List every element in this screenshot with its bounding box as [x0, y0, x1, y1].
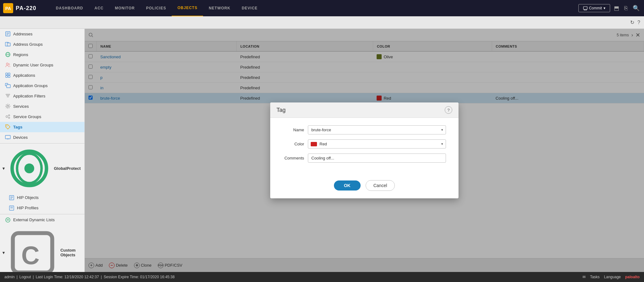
comments-control	[308, 154, 446, 163]
modal-body: Name ▾ Color Red	[270, 118, 459, 175]
color-control: Red ▾	[308, 139, 446, 149]
nav-network[interactable]: NETWORK	[203, 0, 236, 16]
sidebar-item-application-groups[interactable]: Application Groups	[0, 81, 84, 91]
sidebar-section-globalprotect[interactable]: ▾ GlobalProtect	[0, 144, 84, 193]
svg-point-29	[8, 117, 10, 118]
help-icon[interactable]: ?	[637, 20, 640, 25]
globalprotect-collapse-icon: ▾	[3, 166, 5, 171]
svg-rect-19	[6, 76, 8, 77]
hip-profiles-label: HIP Profiles	[17, 206, 38, 210]
sidebar-item-application-filters[interactable]: Application Filters	[0, 91, 84, 101]
commit-label: Commit	[589, 6, 602, 10]
color-row: Color Red ▾	[283, 139, 446, 149]
svg-rect-18	[8, 73, 10, 75]
sidebar-item-dynamic-user-groups[interactable]: Dynamic User Groups	[0, 60, 84, 70]
mail-icon[interactable]: ✉	[582, 275, 586, 279]
devices-icon	[5, 134, 11, 140]
topbar-right: Commit ▾ ⬒ ⎘ 🔍	[578, 3, 641, 13]
sidebar-item-devices[interactable]: Devices	[0, 132, 84, 143]
hip-objects-label: HIP Objects	[17, 195, 39, 200]
svg-point-43	[6, 218, 10, 222]
statusbar: admin | Logout | Last Login Time: 12/18/…	[0, 272, 644, 282]
svg-rect-2	[583, 7, 587, 9]
app-name: PA-220	[16, 5, 36, 12]
sidebar-item-hip-objects[interactable]: HIP Objects	[0, 193, 84, 203]
color-swatch	[311, 142, 317, 146]
services-icon	[5, 103, 11, 109]
logo-area: PA PA-220	[3, 3, 44, 13]
color-label: Color	[283, 142, 308, 146]
svg-rect-31	[5, 135, 10, 139]
name-row: Name ▾	[283, 125, 446, 134]
name-label: Name	[283, 128, 308, 132]
brand-label: paloalto	[625, 275, 640, 279]
devices-label: Devices	[13, 135, 28, 140]
sidebar-item-applications[interactable]: Applications	[0, 70, 84, 81]
external-dynamic-lists-label: External Dynamic Lists	[13, 217, 55, 222]
sidebar-item-external-dynamic-lists[interactable]: External Dynamic Lists	[0, 215, 84, 225]
applications-icon	[5, 72, 11, 78]
svg-text:C: C	[21, 241, 40, 269]
modal-footer: OK Cancel	[270, 175, 459, 198]
svg-point-15	[6, 63, 8, 65]
restore-icon[interactable]: ⎘	[623, 4, 629, 13]
nav-items: DASHBOARD ACC MONITOR POLICIES OBJECTS N…	[50, 0, 578, 16]
admin-label[interactable]: admin	[4, 275, 15, 279]
nav-device[interactable]: DEVICE	[236, 0, 263, 16]
logout-label[interactable]: Logout	[19, 275, 31, 279]
nav-policies[interactable]: POLICIES	[140, 0, 172, 16]
sidebar-section-custom-objects[interactable]: ▾ C Custom Objects	[0, 225, 84, 272]
service-groups-label: Service Groups	[13, 114, 41, 119]
svg-point-35	[24, 164, 34, 173]
sidebar-item-address-groups[interactable]: Address Groups	[0, 39, 84, 50]
sidebar-item-addresses[interactable]: Addresses	[0, 29, 84, 39]
globalprotect-icon	[7, 146, 51, 191]
session-expire-label: Session Expire Time: 01/17/2020 16:45:38	[104, 275, 174, 279]
save-icon[interactable]: ⬒	[613, 3, 620, 13]
language-label[interactable]: Language	[604, 275, 621, 279]
external-dynamic-lists-icon	[5, 217, 11, 223]
nav-monitor[interactable]: MONITOR	[109, 0, 140, 16]
modal-help-icon[interactable]: ?	[445, 106, 452, 114]
applications-label: Applications	[13, 73, 35, 78]
topbar: PA PA-220 DASHBOARD ACC MONITOR POLICIES…	[0, 0, 644, 16]
statusbar-sep1: |	[17, 275, 18, 279]
application-filters-icon	[5, 93, 11, 99]
sidebar-item-tags[interactable]: Tags	[0, 122, 84, 132]
pa-logo-icon: PA	[3, 3, 13, 13]
commit-button[interactable]: Commit ▾	[578, 4, 610, 12]
services-label: Services	[13, 104, 29, 109]
svg-rect-22	[7, 85, 10, 88]
cancel-button[interactable]: Cancel	[366, 180, 395, 191]
ok-button[interactable]: OK	[334, 180, 361, 191]
name-input[interactable]	[308, 126, 439, 134]
sidebar-item-services[interactable]: Services	[0, 101, 84, 112]
tasks-label[interactable]: Tasks	[590, 275, 600, 279]
sidebar-item-regions[interactable]: Regions	[0, 50, 84, 60]
name-control: ▾	[308, 125, 446, 134]
application-groups-label: Application Groups	[13, 83, 48, 88]
comments-input[interactable]	[308, 154, 446, 163]
statusbar-sep3: |	[101, 275, 102, 279]
sidebar-item-service-groups[interactable]: Service Groups	[0, 112, 84, 122]
tags-label: Tags	[13, 125, 22, 129]
nav-dashboard[interactable]: DASHBOARD	[50, 0, 89, 16]
svg-point-16	[8, 64, 10, 65]
addresses-icon	[5, 31, 11, 37]
color-select[interactable]: Red ▾	[308, 139, 446, 149]
dynamic-user-groups-icon	[5, 62, 11, 68]
search-topbar-icon[interactable]: 🔍	[631, 3, 641, 13]
custom-objects-icon: C	[7, 227, 58, 272]
refresh-icon[interactable]: ↻	[630, 19, 634, 25]
svg-point-27	[6, 116, 8, 118]
secondbar: ↻ ?	[0, 16, 644, 29]
sidebar: Addresses Address Groups Regions Dynamic…	[0, 29, 85, 272]
name-chevron-icon: ▾	[439, 128, 446, 132]
comments-row: Comments	[283, 154, 446, 163]
address-groups-label: Address Groups	[13, 42, 43, 47]
regions-icon	[5, 52, 11, 57]
svg-rect-11	[7, 43, 10, 46]
nav-objects[interactable]: OBJECTS	[172, 0, 203, 16]
nav-acc[interactable]: ACC	[89, 0, 109, 16]
sidebar-item-hip-profiles[interactable]: HIP Profiles	[0, 203, 84, 213]
